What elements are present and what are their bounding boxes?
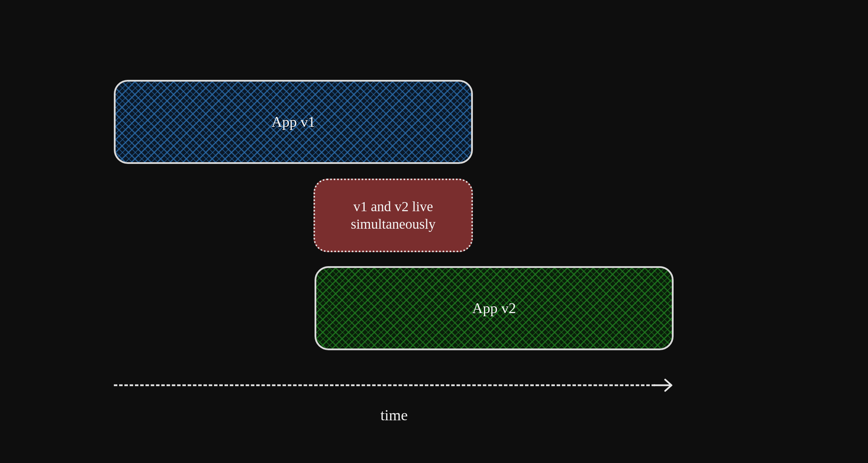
arrow-right-icon <box>653 378 674 393</box>
app-v1-label: App v1 <box>271 113 315 130</box>
timeline-dash <box>114 385 655 386</box>
timeline: time <box>114 383 674 424</box>
timeline-label: time <box>380 406 408 424</box>
overlap-label: v1 and v2 live simultaneously <box>351 198 435 233</box>
overlap-box: v1 and v2 live simultaneously <box>314 179 473 252</box>
app-v1-box: App v1 <box>114 80 473 164</box>
app-v2-label: App v2 <box>472 300 516 317</box>
diagram-canvas: App v1 v1 and v2 live simultaneously App… <box>0 0 868 463</box>
app-v2-box: App v2 <box>315 266 674 350</box>
timeline-line <box>114 383 674 387</box>
